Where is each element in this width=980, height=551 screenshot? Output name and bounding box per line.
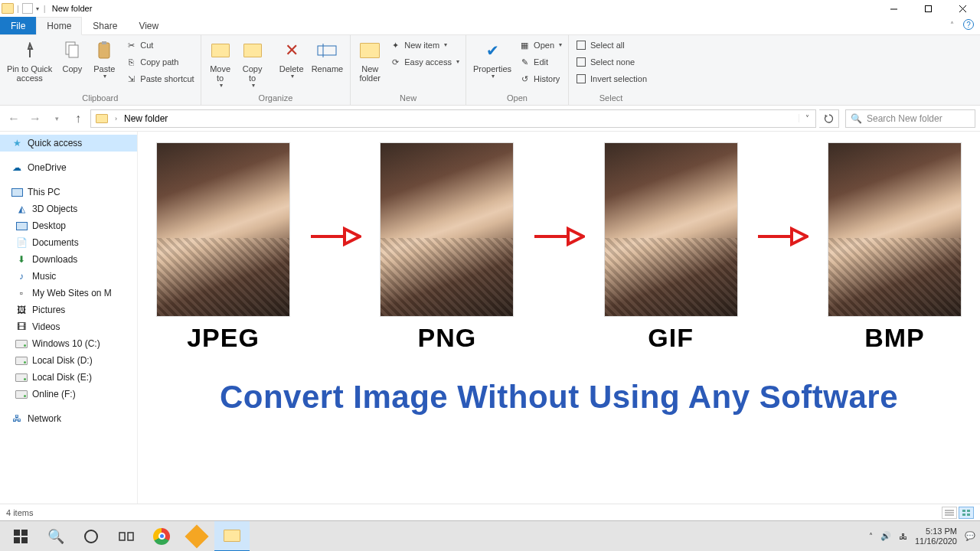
breadcrumb-current[interactable]: New folder xyxy=(119,110,172,127)
image-format-label: JPEG xyxy=(187,323,260,353)
tray-overflow-icon[interactable]: ˄ xyxy=(869,532,873,540)
svg-marker-11 xyxy=(345,229,360,244)
pictures-icon: 🖼 xyxy=(15,304,28,316)
downloads-icon: ⬇ xyxy=(15,253,28,266)
status-bar: 4 items xyxy=(0,504,980,520)
taskbar-file-explorer[interactable] xyxy=(214,521,250,552)
maximize-button[interactable] xyxy=(911,0,946,17)
task-view-button[interactable] xyxy=(109,521,144,552)
sidebar-downloads[interactable]: ⬇Downloads xyxy=(0,251,137,268)
svg-rect-24 xyxy=(21,530,28,536)
content-area[interactable]: JPEG PNG GIF BMP Convert Image Without U… xyxy=(138,132,980,504)
open-button[interactable]: ▦Open▾ xyxy=(515,37,565,54)
tray-action-center-icon[interactable]: 💬 xyxy=(965,531,975,541)
sidebar-3d-objects[interactable]: ◭3D Objects xyxy=(0,201,137,217)
sidebar-documents[interactable]: 📄Documents xyxy=(0,234,137,251)
minimize-button[interactable] xyxy=(877,0,911,17)
sidebar-onedrive[interactable]: ☁OneDrive xyxy=(0,159,137,176)
select-none-icon xyxy=(575,56,587,68)
address-bar[interactable]: › New folder ˅ xyxy=(90,109,816,128)
tray-network-icon[interactable]: 🖧 xyxy=(899,532,907,541)
drive-icon xyxy=(15,371,28,383)
move-to-icon xyxy=(208,38,233,63)
view-thumbnails-button[interactable] xyxy=(959,507,974,519)
copy-to-button[interactable]: Copy to▾ xyxy=(237,37,269,91)
delete-button[interactable]: ✕Delete▾ xyxy=(276,37,308,82)
taskbar-app[interactable] xyxy=(179,521,214,552)
paste-icon xyxy=(92,38,116,63)
sidebar-drive-d[interactable]: Local Disk (D:) xyxy=(0,352,137,369)
svg-rect-20 xyxy=(967,510,970,512)
cortana-button[interactable] xyxy=(74,521,109,552)
qat-dropdown-icon[interactable]: ▾ xyxy=(34,5,41,12)
image-item-png[interactable]: PNG xyxy=(380,142,514,353)
sidebar-drive-f[interactable]: Online (F:) xyxy=(0,386,137,403)
sidebar-music[interactable]: ♪Music xyxy=(0,268,137,285)
paste-shortcut-button[interactable]: ⇲Paste shortcut xyxy=(122,70,197,87)
copy-path-button[interactable]: ⎘Copy path xyxy=(122,54,197,70)
image-item-jpeg[interactable]: JPEG xyxy=(156,142,290,353)
group-label: Select xyxy=(572,92,650,105)
copy-icon xyxy=(60,38,84,63)
refresh-button[interactable] xyxy=(819,109,839,128)
up-button[interactable]: ↑ xyxy=(69,109,87,128)
address-dropdown-icon[interactable]: ˅ xyxy=(799,114,815,122)
qat-placeholder-icon xyxy=(22,3,33,14)
tab-share[interactable]: Share xyxy=(82,17,128,34)
back-button[interactable]: ← xyxy=(5,109,23,128)
new-item-icon: ✦ xyxy=(389,39,401,51)
sidebar-desktop[interactable]: Desktop xyxy=(0,217,137,234)
navigation-pane[interactable]: ★Quick access ☁OneDrive This PC ◭3D Obje… xyxy=(0,132,138,504)
close-button[interactable] xyxy=(946,0,980,17)
music-icon: ♪ xyxy=(15,270,28,282)
rename-button[interactable]: Rename xyxy=(308,37,348,75)
paste-shortcut-icon: ⇲ xyxy=(125,73,137,85)
search-button[interactable]: 🔍 xyxy=(38,521,74,552)
sidebar-pictures[interactable]: 🖼Pictures xyxy=(0,302,137,318)
sidebar-network[interactable]: 🖧Network xyxy=(0,410,137,427)
breadcrumb-chevron-icon[interactable]: › xyxy=(113,115,119,122)
tab-view[interactable]: View xyxy=(128,17,169,34)
svg-rect-23 xyxy=(14,530,20,536)
ribbon-group-new: New folder ✦New item▾ ⟳Easy access▾ New xyxy=(351,35,466,105)
ribbon-group-select: Select all Select none Invert selection … xyxy=(569,35,653,105)
sidebar-drive-e[interactable]: Local Disk (E:) xyxy=(0,369,137,386)
pin-to-quick-access-button[interactable]: Pin to Quick access xyxy=(3,37,56,84)
search-box[interactable]: 🔍 Search New folder xyxy=(845,109,975,128)
help-icon[interactable]: ? xyxy=(963,19,974,30)
select-all-button[interactable]: Select all xyxy=(572,37,650,54)
image-item-gif[interactable]: GIF xyxy=(604,142,738,353)
sidebar-drive-c[interactable]: Windows 10 (C:) xyxy=(0,335,137,352)
recent-locations-button[interactable]: ▾ xyxy=(47,109,66,128)
sidebar-this-pc[interactable]: This PC xyxy=(0,184,137,201)
history-button[interactable]: ↺History xyxy=(515,70,565,87)
select-none-button[interactable]: Select none xyxy=(572,54,650,70)
start-button[interactable] xyxy=(3,521,38,552)
new-item-button[interactable]: ✦New item▾ xyxy=(386,37,462,54)
copy-button[interactable]: Copy xyxy=(56,37,88,75)
image-item-bmp[interactable]: BMP xyxy=(828,142,962,353)
paste-button[interactable]: Paste▾ xyxy=(88,37,120,82)
cut-button[interactable]: ✂Cut xyxy=(122,37,197,54)
tray-volume-icon[interactable]: 🔊 xyxy=(880,531,891,541)
taskbar-clock[interactable]: 5:13 PM 11/16/2020 xyxy=(915,527,957,546)
sidebar-videos[interactable]: 🎞Videos xyxy=(0,318,137,335)
forward-button[interactable]: → xyxy=(26,109,44,128)
sidebar-my-web-sites[interactable]: ▫My Web Sites on M xyxy=(0,285,137,302)
easy-access-button[interactable]: ⟳Easy access▾ xyxy=(386,54,462,70)
properties-button[interactable]: ✔Properties▾ xyxy=(469,37,515,82)
move-to-button[interactable]: Move to▾ xyxy=(204,37,237,91)
sidebar-quick-access[interactable]: ★Quick access xyxy=(0,135,137,152)
taskbar-chrome[interactable] xyxy=(144,521,179,552)
ribbon-collapse-icon[interactable]: ˄ xyxy=(950,21,954,29)
tab-home[interactable]: Home xyxy=(36,17,82,35)
tab-file[interactable]: File xyxy=(0,17,36,34)
view-details-button[interactable] xyxy=(942,507,957,519)
svg-rect-6 xyxy=(99,43,109,58)
invert-selection-button[interactable]: Invert selection xyxy=(572,70,650,87)
image-thumbnail xyxy=(380,142,514,317)
new-folder-button[interactable]: New folder xyxy=(354,37,386,84)
taskbar[interactable]: 🔍 ˄ 🔊 🖧 5:13 PM 11/16/2020 💬 xyxy=(0,520,980,551)
copy-path-icon: ⎘ xyxy=(125,56,137,68)
edit-button[interactable]: ✎Edit xyxy=(515,54,565,70)
